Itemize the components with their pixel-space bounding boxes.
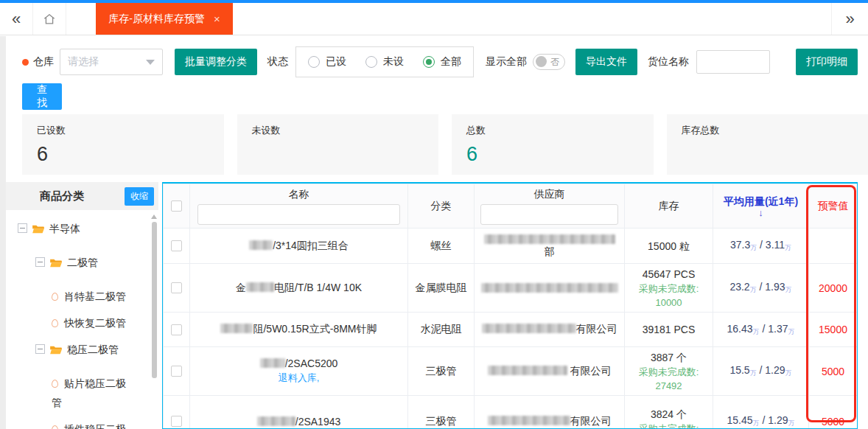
scroll-up-icon[interactable] <box>151 214 157 219</box>
table-row: /2SA1943 三极管 有限公司 3824 个 采购未完成数: 15.45万 … <box>164 396 858 429</box>
collapse-node-icon[interactable] <box>18 223 27 233</box>
show-all-toggle[interactable]: 否 <box>533 54 565 70</box>
radio-all-label: 全部 <box>441 55 461 69</box>
collapse-node-icon[interactable] <box>35 344 45 354</box>
avg-usage-cell: 15.45万 / 1.29万 <box>713 396 809 429</box>
radio-unset[interactable]: 未设 <box>365 55 404 69</box>
unit-wan: 万 <box>753 328 760 335</box>
home-tab-button[interactable] <box>32 3 66 35</box>
stock-cell: 3824 个 采购未完成数: <box>625 396 713 429</box>
select-all-checkbox[interactable] <box>171 200 182 212</box>
scrollbar-thumb[interactable] <box>152 222 157 378</box>
category-cell: 三极管 <box>408 347 475 396</box>
collapse-tabs-left-icon[interactable]: « <box>0 3 32 35</box>
warning-value-cell: 15000 <box>809 313 858 347</box>
stock-cell: 39181 PCS <box>625 313 713 347</box>
supplier-filter-input[interactable] <box>480 204 618 225</box>
row-checkbox[interactable] <box>171 416 182 427</box>
tree-item-zener-diode[interactable]: 稳压二极管 <box>6 340 128 359</box>
tab-inventory-warning[interactable]: 库存-原材料库存预警 × <box>96 3 233 35</box>
tree-item-smd-zener-diode[interactable]: 贴片稳压二极管 <box>6 374 128 412</box>
purchase-pending-value: 27492 <box>628 379 710 393</box>
return-to-stock-link[interactable]: 退料入库, <box>193 372 405 385</box>
tree-item-tht-zener-diode[interactable]: 插件稳压二极管 <box>6 419 128 429</box>
sort-desc-icon[interactable]: ↓ <box>716 209 805 217</box>
collapse-node-icon[interactable] <box>35 257 45 267</box>
header-checkbox-cell <box>164 184 190 229</box>
name-filter-input[interactable] <box>197 204 401 225</box>
close-tab-icon[interactable]: × <box>214 13 220 25</box>
unit-wan: 万 <box>785 244 791 251</box>
redacted-text <box>260 358 285 368</box>
row-checkbox[interactable] <box>171 366 182 377</box>
leaf-icon <box>52 425 58 429</box>
avg-value: 15.45 <box>727 414 753 426</box>
export-file-button[interactable]: 导出文件 <box>575 49 637 75</box>
avg-separator: / <box>757 364 766 376</box>
batch-adjust-category-button[interactable]: 批量调整分类 <box>175 49 257 75</box>
supplier-text: 有限公司 <box>570 415 612 427</box>
avg-separator: / <box>760 414 769 426</box>
stat-label: 库存总数 <box>682 124 854 137</box>
tree-item-label: 稳压二极管 <box>67 343 119 355</box>
table-row: 金电阻/T/B 1/4W 10K 金属膜电阻 45647 PCS 采购未完成数:… <box>164 264 858 313</box>
header-avg-usage[interactable]: 平均用量(近1年) ↓ <box>713 184 809 229</box>
tree-item-label: 贴片稳压二极管 <box>52 377 126 408</box>
unit-wan: 万 <box>785 369 792 377</box>
leaf-icon <box>52 380 58 388</box>
tree-item-semiconductor[interactable]: 半导体 <box>6 219 128 238</box>
tree-item-schottky-diode[interactable]: 肖特基二极管 <box>6 287 128 306</box>
name-header-label: 名称 <box>193 188 405 201</box>
radio-circle-icon <box>423 56 435 68</box>
name-cell: /2SAC5200 退料入库, <box>190 347 408 396</box>
header-category: 分类 <box>408 184 475 229</box>
radio-all[interactable]: 全部 <box>423 55 461 69</box>
stat-label: 未设数 <box>252 124 424 137</box>
row-check-cell <box>164 229 190 264</box>
radio-circle-icon <box>308 56 320 68</box>
warehouse-label: 仓库 <box>33 55 54 69</box>
tabbar-spacer <box>233 3 831 35</box>
stock-cell: 3887 个 采购未完成数: 27492 <box>625 347 713 396</box>
folder-icon <box>49 258 63 268</box>
table-row: /3*14圆扣三组合 螺丝 部 15000 粒 37.3万 / 3.11万 <box>164 229 858 264</box>
name-cell: 金电阻/T/B 1/4W 10K <box>190 264 408 313</box>
tree-item-label: 二极管 <box>67 257 98 268</box>
avg-usage-label: 平均用量(近1年) <box>716 195 805 209</box>
sidebar-collapse-button[interactable]: 收缩 <box>125 187 154 206</box>
tree-item-diode[interactable]: 二极管 <box>6 253 128 272</box>
radio-set[interactable]: 已设 <box>308 55 346 69</box>
redacted-text <box>257 416 295 426</box>
print-detail-button[interactable]: 打印明细 <box>796 49 858 75</box>
name-text: 金 <box>236 282 246 293</box>
location-name-label: 货位名称 <box>648 55 689 69</box>
stock-text: 3887 个 <box>628 350 710 365</box>
row-check-cell <box>164 347 190 396</box>
unit-wan: 万 <box>753 419 760 427</box>
home-icon <box>42 12 57 27</box>
table-row: 阻/5W0.15R立式-8MM针脚 水泥电阻 有限公司 39181 PCS 16… <box>164 313 858 347</box>
collapse-tabs-right-icon[interactable]: » <box>831 3 868 35</box>
search-button[interactable]: 查找 <box>22 83 62 110</box>
stock-cell: 45647 PCS 采购未完成数: 10000 <box>625 264 713 313</box>
name-text: /2SA1943 <box>295 416 341 428</box>
tree-item-fast-recovery-diode[interactable]: 快恢复二极管 <box>6 313 128 332</box>
redacted-text <box>488 366 567 375</box>
row-checkbox[interactable] <box>171 282 182 293</box>
redacted-text <box>220 324 253 333</box>
row-checkbox[interactable] <box>171 240 182 251</box>
avg-usage-cell: 37.3万 / 3.11万 <box>713 229 809 264</box>
warehouse-select[interactable]: 请选择 <box>60 49 163 75</box>
redacted-text <box>249 240 273 250</box>
location-name-input[interactable] <box>696 50 770 74</box>
radio-circle-icon <box>365 56 377 68</box>
unit-wan: 万 <box>788 419 794 427</box>
row-check-cell <box>164 313 190 347</box>
avg-value: 15.5 <box>729 364 749 376</box>
row-checkbox[interactable] <box>171 324 182 335</box>
redacted-text <box>488 416 570 425</box>
leaf-icon <box>52 319 58 327</box>
supplier-cell: 部 <box>475 229 625 264</box>
tree-scrollbar[interactable] <box>151 214 157 427</box>
category-tree: 半导体 二极管 肖特基二极管 快恢复二极管 稳压二极管 贴片稳压二极管 插件稳压… <box>6 210 128 429</box>
